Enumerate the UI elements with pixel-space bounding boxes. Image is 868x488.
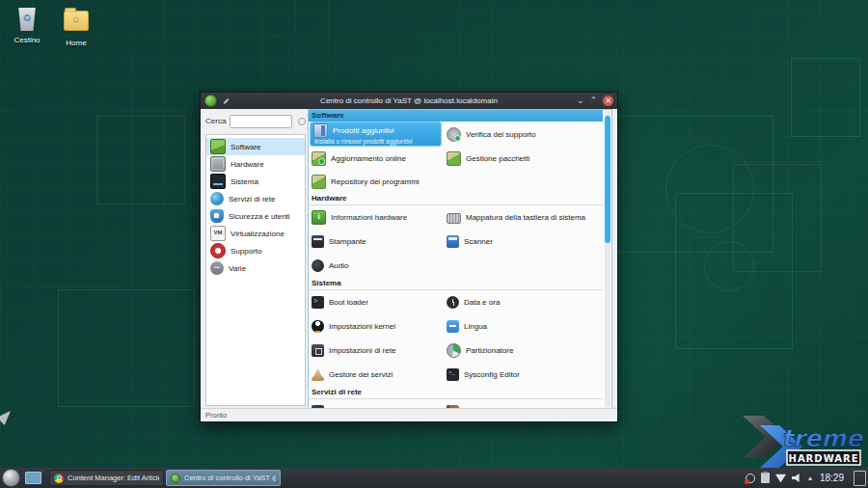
desktop-pager[interactable]	[25, 472, 41, 484]
module-prodotti-aggiuntivi[interactable]: Prodotti aggiuntiviInstalla o rimuovi pr…	[310, 122, 442, 147]
module-impostazioni-kernel[interactable]: Impostazioni kernel	[309, 314, 444, 339]
scanner-icon	[447, 235, 459, 248]
module-partizionatore[interactable]: Partizionatore	[444, 339, 603, 363]
home-folder-icon	[64, 11, 89, 31]
trash-icon	[17, 8, 37, 31]
module-label: Scanner	[464, 237, 493, 246]
sidebar-item-sicurezza-e-utenti[interactable]: Sicurezza e utenti	[206, 207, 305, 225]
desktop-icon-label: Home	[51, 39, 101, 47]
volume-icon[interactable]	[792, 474, 802, 483]
search-input[interactable]	[230, 115, 292, 128]
clipboard-icon[interactable]	[761, 473, 770, 483]
module-subtitle: Installa o rimuovi prodotti aggiuntivi	[313, 138, 441, 145]
module-label: Gestione pacchetti	[466, 154, 529, 163]
module-scanner[interactable]: Scanner	[444, 230, 603, 254]
app-launcher-icon[interactable]	[2, 469, 20, 487]
sidebar-item-label: Sistema	[231, 177, 258, 186]
taskbar-task-centro-di-controllo-di-yast-lo[interactable]: Centro di controllo di YaST @ local...	[166, 470, 281, 486]
module-label: Verifica del supporto	[466, 130, 536, 139]
sidebar-item-hardware[interactable]: Hardware	[206, 155, 305, 173]
sidebar-item-software[interactable]: Software	[206, 138, 305, 155]
sidebar-item-servizi-di-rete[interactable]: Servizi di rete	[206, 190, 305, 207]
scrollbar-thumb[interactable]	[605, 116, 610, 243]
addon-icon	[313, 123, 328, 138]
security-users-icon	[210, 209, 224, 223]
module-mappatura-della-tastiera-di-sistema[interactable]: Mappatura della tastiera di sistema	[444, 205, 603, 230]
sidebar-list: SoftwareHardwareSistemaServizi di reteSi…	[205, 134, 306, 406]
desktop-icon-trash[interactable]: Cestino	[2, 8, 52, 44]
section-header-sistema: Sistema	[309, 278, 603, 290]
chrome-task-icon	[54, 474, 64, 483]
virtualization-icon	[210, 226, 226, 241]
watermark-hardware: HARDWARE	[789, 453, 859, 464]
printer-icon	[312, 235, 324, 248]
module-label: Gestore dei servizi	[329, 370, 393, 379]
module-boot-loader[interactable]: Boot loader	[309, 290, 444, 314]
yast-task-icon	[171, 474, 180, 483]
kernel-icon	[312, 320, 324, 333]
main-sections: SoftwareProdotti aggiuntiviInstalla o ri…	[309, 110, 603, 408]
show-desktop-button[interactable]	[854, 471, 866, 486]
titlebar[interactable]: Centro di controllo di YaST @ localhost.…	[201, 93, 617, 109]
minimize-icon[interactable]: ⌄	[577, 96, 584, 105]
audio-icon	[312, 259, 324, 272]
taskbar-task-content-manager-edit-article-x[interactable]: Content Manager: Edit Article - Xtr...	[49, 470, 164, 486]
task-buttons: Content Manager: Edit Article - Xtr...Ce…	[49, 470, 281, 486]
section-header-software: Software	[309, 110, 603, 122]
module-label: Prodotti aggiuntivi	[333, 126, 394, 135]
module-gestione-pacchetti[interactable]: Gestione pacchetti	[444, 147, 603, 170]
module-label: Impostazioni kernel	[329, 322, 395, 331]
module-sysconfig-editor[interactable]: Sysconfig Editor	[444, 363, 603, 387]
module-aggiornamento-online[interactable]: Aggiornamento online	[309, 147, 444, 170]
module-informazioni-hardware[interactable]: Informazioni hardware	[309, 205, 444, 230]
module-verifica-del-supporto[interactable]: Verifica del supporto	[444, 122, 603, 147]
wifi-icon[interactable]	[775, 474, 786, 483]
module-label: Stampante	[329, 237, 366, 246]
module-gestore-dei-servizi[interactable]: Gestore dei servizi	[309, 363, 444, 387]
watermark-treme: treme	[781, 424, 864, 452]
module-repository-dei-programmi[interactable]: Repository dei programmi	[309, 170, 444, 193]
section-header-servizi-di-rete: Servizi di rete	[309, 387, 603, 399]
vertical-scrollbar[interactable]	[605, 111, 610, 407]
search-label: Cerca	[205, 117, 226, 125]
module-lingua[interactable]: Lingua	[444, 314, 603, 339]
window-title: Centro di controllo di YaST @ localhost.…	[201, 96, 617, 105]
partition-icon	[447, 343, 461, 358]
clear-search-icon[interactable]	[298, 118, 306, 125]
software-icon	[210, 139, 226, 154]
repo-icon	[312, 175, 326, 189]
module-data-e-ora[interactable]: Data e ora	[444, 290, 603, 314]
module-label: Data e ora	[464, 298, 500, 307]
module-label: Boot loader	[329, 298, 368, 307]
hardware-icon	[210, 156, 226, 172]
clock-icon	[447, 296, 459, 309]
module-audio[interactable]: Audio	[309, 254, 444, 278]
module-label: Sysconfig Editor	[464, 370, 520, 379]
status-bar: Pronto	[201, 408, 617, 421]
module-panel: SoftwareProdotti aggiuntiviInstalla o ri…	[308, 109, 612, 409]
update-icon	[312, 151, 326, 166]
language-icon	[447, 320, 459, 333]
module-label: Audio	[329, 261, 348, 270]
sidebar-item-label: Servizi di rete	[229, 195, 275, 203]
support-icon	[210, 243, 226, 258]
maximize-icon[interactable]: ⌃	[589, 96, 597, 105]
system-icon	[210, 174, 226, 189]
module-label: Mappatura della tastiera di sistema	[466, 213, 585, 222]
clock[interactable]: 18:29	[820, 473, 844, 483]
sidebar-item-supporto[interactable]: Supporto	[206, 242, 305, 259]
sidebar-item-sistema[interactable]: Sistema	[206, 173, 305, 190]
module-stampante[interactable]: Stampante	[309, 230, 444, 254]
module-impostazioni-di-rete[interactable]: Impostazioni di rete	[309, 339, 444, 363]
package-icon	[447, 151, 461, 166]
desktop-icon-home[interactable]: Home	[51, 8, 101, 47]
caret-up-icon[interactable]: ▴	[808, 474, 812, 482]
updates-icon[interactable]	[746, 474, 755, 483]
module-label: Informazioni hardware	[331, 213, 407, 222]
xtreme-hardware-watermark: treme HARDWARE	[737, 414, 866, 468]
close-icon[interactable]: ✕	[603, 95, 613, 106]
sidebar-item-virtualizzazione[interactable]: Virtualizzazione	[206, 225, 305, 242]
sidebar-item-varie[interactable]: Varie	[206, 259, 305, 277]
boot-icon	[312, 296, 324, 309]
system-tray: ▴ 18:29	[746, 471, 866, 486]
